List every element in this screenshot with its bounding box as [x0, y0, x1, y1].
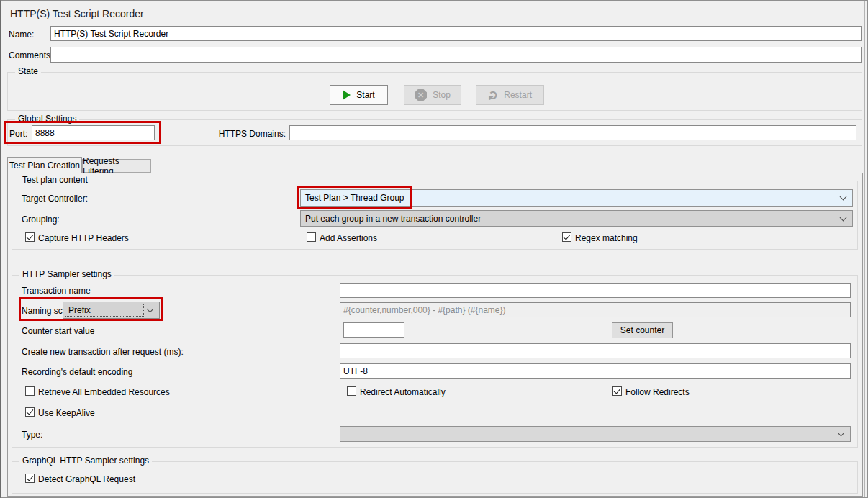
restart-button-label: Restart: [504, 90, 532, 100]
graphql-settings-group: GraphQL HTTP Sampler settings: [12, 461, 858, 494]
restart-button[interactable]: ↻ Restart: [476, 85, 544, 105]
detect-graphql-label: Detect GraphQL Request: [38, 474, 135, 484]
use-keepalive-label: Use KeepAlive: [38, 408, 95, 418]
comments-input[interactable]: [50, 47, 862, 63]
retrieve-embedded-resources-checkbox[interactable]: [25, 386, 35, 396]
panel-right-divider: [864, 1, 865, 497]
capture-http-headers-label: Capture HTTP Headers: [38, 233, 129, 243]
start-button-label: Start: [356, 90, 374, 100]
naming-scheme-value: Prefix: [65, 304, 144, 317]
detect-graphql-checkbox[interactable]: [25, 474, 35, 483]
naming-template-input[interactable]: [340, 302, 851, 317]
type-label: Type:: [22, 430, 42, 440]
create-transaction-input[interactable]: [340, 343, 851, 358]
encoding-input[interactable]: [340, 363, 851, 379]
name-input[interactable]: [50, 26, 862, 41]
target-controller-value: Test Plan > Thread Group: [305, 193, 404, 203]
http-sampler-settings-legend: HTTP Sampler settings: [19, 269, 114, 279]
create-transaction-label: Create new transaction after request (ms…: [22, 347, 184, 357]
https-domains-label: HTTPS Domains:: [217, 129, 286, 139]
redirect-automatically-label: Redirect Automatically: [360, 387, 446, 397]
chevron-down-icon: [840, 194, 847, 201]
stop-octagon-icon: ✕: [415, 89, 427, 101]
use-keepalive-checkbox[interactable]: [25, 407, 35, 417]
follow-redirects-checkbox[interactable]: [612, 386, 622, 396]
counter-start-label: Counter start value: [22, 326, 94, 336]
chevron-down-icon: [838, 430, 845, 437]
port-label: Port:: [9, 129, 27, 139]
tab-test-plan-creation[interactable]: Test Plan Creation: [7, 157, 82, 173]
restart-arrow-icon: ↻: [487, 90, 499, 100]
state-legend: State: [15, 66, 41, 76]
https-domains-input[interactable]: [289, 125, 856, 140]
add-assertions-checkbox[interactable]: [307, 232, 316, 242]
transaction-name-input[interactable]: [340, 283, 851, 298]
regex-matching-label: Regex matching: [575, 233, 638, 243]
type-combobox[interactable]: [340, 426, 851, 442]
name-label: Name:: [9, 30, 34, 40]
encoding-label: Recording's default encoding: [22, 367, 132, 377]
start-button[interactable]: Start: [330, 85, 388, 105]
stop-button-label: Stop: [433, 90, 451, 100]
regex-matching-checkbox[interactable]: [562, 232, 571, 242]
grouping-label: Grouping:: [22, 214, 60, 225]
add-assertions-label: Add Assertions: [320, 233, 377, 243]
stop-button[interactable]: ✕ Stop: [404, 85, 461, 105]
target-controller-combobox[interactable]: Test Plan > Thread Group: [300, 189, 853, 207]
start-play-icon: [343, 90, 351, 100]
recorder-panel: HTTP(S) Test Script Recorder Name: Comme…: [0, 0, 868, 498]
chevron-down-icon: [147, 306, 154, 313]
follow-redirects-label: Follow Redirects: [625, 387, 690, 397]
port-input[interactable]: [32, 125, 155, 140]
target-controller-label: Target Controller:: [22, 194, 88, 204]
redirect-automatically-checkbox[interactable]: [347, 386, 356, 396]
state-group: State Start ✕ Stop ↻ Restart: [7, 72, 862, 111]
transaction-name-label: Transaction name: [22, 286, 91, 296]
grouping-combobox[interactable]: Put each group in a new transaction cont…: [300, 210, 853, 227]
naming-scheme-dropdown[interactable]: Prefix: [63, 302, 160, 319]
counter-start-input[interactable]: [343, 322, 404, 338]
graphql-settings-legend: GraphQL HTTP Sampler settings: [19, 456, 152, 466]
tab-requests-filtering[interactable]: Requests Filtering: [82, 159, 151, 173]
set-counter-button[interactable]: Set counter: [612, 322, 673, 338]
test-plan-content-legend: Test plan content: [19, 175, 91, 185]
tab-test-plan-creation-label: Test Plan Creation: [9, 160, 80, 171]
http-sampler-settings-group: HTTP Sampler settings: [12, 275, 858, 448]
capture-http-headers-checkbox[interactable]: [25, 232, 35, 242]
retrieve-embedded-resources-label: Retrieve All Embedded Resources: [38, 387, 170, 397]
global-settings-legend: Global Settings: [15, 114, 79, 124]
comments-label: Comments:: [9, 50, 53, 60]
page-title: HTTP(S) Test Script Recorder: [10, 8, 144, 19]
set-counter-button-label: Set counter: [620, 325, 664, 335]
grouping-value: Put each group in a new transaction cont…: [305, 214, 481, 224]
chevron-down-icon: [840, 214, 847, 221]
